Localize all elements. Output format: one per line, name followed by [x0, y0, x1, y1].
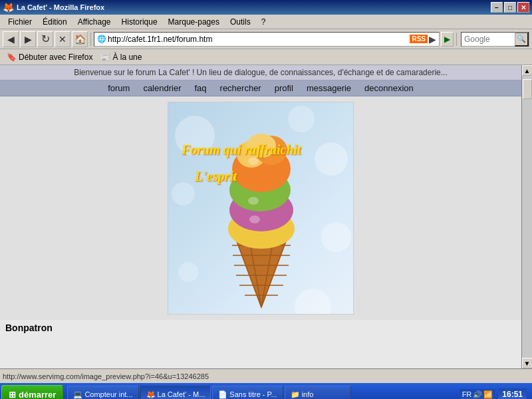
lock-icon: 🌐 [97, 35, 106, 43]
tagline2: L'esprit [195, 169, 237, 184]
site-nav: forum calendrier faq rechercher profil m… [0, 80, 521, 96]
forward-button[interactable]: ▶ [20, 31, 36, 47]
main-area: Bienvenue sur le forum La Cafet' ! Un li… [0, 65, 532, 368]
taskbar-sans-titre[interactable]: 📄 Sans titre - P... [212, 386, 283, 399]
sans-titre-icon: 📄 [218, 390, 227, 399]
scrollbar-vertical[interactable]: ▲ ▼ [521, 65, 532, 368]
taskbar-cafet[interactable]: 🦊 La Cafet' - M... [140, 386, 211, 399]
scroll-thumb[interactable] [523, 79, 532, 99]
nav-calendrier[interactable]: calendrier [143, 83, 181, 93]
une-icon: 📰 [100, 53, 110, 62]
maximize-button[interactable]: □ [504, 2, 516, 13]
window-controls: − □ ✕ [491, 2, 529, 13]
reload-button[interactable]: ↻ [37, 31, 53, 47]
bonpatron-text: Bonpatron [5, 323, 53, 333]
google-search-button[interactable]: 🔍 [515, 32, 529, 47]
statusbar: http://www.servimg.com/image_preview.php… [0, 368, 532, 383]
une-label: À la une [112, 53, 142, 62]
start-button[interactable]: ⊞ démarrer [1, 385, 63, 399]
system-tray: FR 🔊 📶 [460, 389, 496, 400]
ice-cream-background: Forum qui raffraichit L'esprit [168, 102, 353, 314]
bookmark-une[interactable]: 📰 À la une [98, 52, 144, 63]
nav-forum[interactable]: forum [108, 83, 130, 93]
menu-marque-pages[interactable]: Marque-pages [163, 16, 225, 28]
google-input[interactable] [462, 35, 515, 44]
compteur-icon: 💻 [73, 390, 82, 399]
address-input[interactable] [108, 35, 408, 44]
info-label: info [302, 390, 314, 398]
window-title: La Cafet' - Mozilla Firefox [17, 3, 491, 11]
play-icon[interactable]: ▶ [429, 34, 436, 45]
scroll-track[interactable] [522, 76, 533, 358]
ice-cream-svg [168, 102, 353, 314]
menu-historique[interactable]: Historique [116, 16, 163, 28]
separator2 [456, 33, 457, 46]
volume-icon: 🔊 [473, 390, 482, 399]
home-button[interactable]: 🏠 [72, 31, 88, 47]
taskbar-compteur[interactable]: 💻 Compteur int... [67, 386, 138, 399]
status-url: http://www.servimg.com/image_preview.php… [3, 372, 529, 380]
cafet-icon: 🦊 [146, 390, 156, 399]
rss-icon[interactable]: RSS [410, 35, 428, 43]
nav-rechercher[interactable]: rechercher [220, 83, 261, 93]
site-content: Bienvenue sur le forum La Cafet' ! Un li… [0, 65, 521, 368]
network-icon: 📶 [483, 390, 493, 399]
windows-icon: ⊞ [9, 390, 16, 400]
debuter-label: Débuter avec Firefox [19, 53, 92, 62]
go-button[interactable]: ▶ [441, 32, 454, 47]
lang-indicator: FR [462, 390, 472, 398]
scroll-down-button[interactable]: ▼ [522, 358, 533, 368]
welcome-bar: Bienvenue sur le forum La Cafet' ! Un li… [0, 65, 521, 80]
bookmarks-bar: 🔖 Débuter avec Firefox 📰 À la une [0, 49, 532, 65]
menu-fichier[interactable]: Fichier [3, 16, 37, 28]
svg-point-21 [249, 215, 260, 223]
menu-edition[interactable]: Édition [37, 16, 72, 28]
taskbar-info[interactable]: 📁 info [285, 386, 351, 399]
banner-image: Forum qui raffraichit L'esprit [168, 102, 354, 315]
cafet-label: La Cafet' - M... [158, 390, 205, 398]
minimize-button[interactable]: − [491, 2, 503, 13]
menubar: Fichier Édition Affichage Historique Mar… [0, 15, 532, 29]
compteur-label: Compteur int... [84, 390, 132, 398]
welcome-text: Bienvenue sur le forum La Cafet' ! Un li… [74, 68, 448, 77]
sans-titre-label: Sans titre - P... [229, 390, 277, 398]
svg-point-20 [248, 197, 259, 205]
back-button[interactable]: ◀ [3, 31, 19, 47]
titlebar: 🦊 La Cafet' - Mozilla Firefox − □ ✕ [0, 0, 532, 15]
menu-help[interactable]: ? [256, 16, 271, 28]
stop-button[interactable]: ✕ [55, 31, 70, 47]
toolbar: ◀ ▶ ↻ ✕ 🏠 🌐 RSS ▶ ▶ 🔍 [0, 29, 532, 49]
start-label: démarrer [19, 390, 56, 400]
bookmark-debuter[interactable]: 🔖 Débuter avec Firefox [4, 52, 95, 63]
menu-affichage[interactable]: Affichage [72, 16, 116, 28]
taskbar: ⊞ démarrer 💻 Compteur int... 🦊 La Cafet'… [0, 383, 532, 399]
info-folder-icon: 📁 [291, 390, 300, 399]
taskbar-items: 💻 Compteur int... 🦊 La Cafet' - M... 📄 S… [65, 386, 454, 399]
menu-outils[interactable]: Outils [225, 16, 256, 28]
clock: 16:51 [498, 388, 527, 399]
google-search-box[interactable]: 🔍 [461, 32, 529, 47]
nav-faq[interactable]: faq [194, 83, 206, 93]
separator1 [90, 33, 91, 46]
nav-deconnexion[interactable]: deconnexion [364, 83, 414, 93]
firefox-icon: 🦊 [3, 2, 14, 13]
svg-point-19 [248, 157, 259, 165]
taskbar-right: FR 🔊 📶 16:51 [456, 388, 531, 399]
content-frame: Bienvenue sur le forum La Cafet' ! Un li… [0, 65, 521, 368]
nav-profil[interactable]: profil [275, 83, 293, 93]
nav-messagerie[interactable]: messagerie [307, 83, 351, 93]
address-bar[interactable]: 🌐 RSS ▶ [94, 32, 440, 47]
close-button[interactable]: ✕ [517, 2, 529, 13]
tagline1: Forum qui raffraichit [182, 142, 301, 158]
site-footer: Bonpatron [0, 320, 521, 336]
scroll-up-button[interactable]: ▲ [522, 65, 533, 76]
debuter-icon: 🔖 [7, 53, 17, 62]
